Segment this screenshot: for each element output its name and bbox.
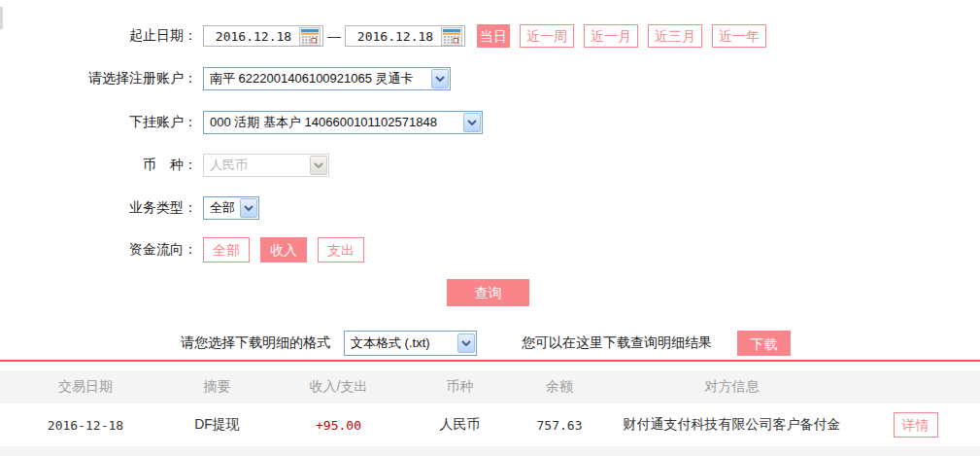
business-type-value: 全部 xyxy=(204,199,239,217)
fund-flow-all-button[interactable]: 全部 xyxy=(203,237,250,263)
sub-account-label: 下挂账户： xyxy=(0,114,197,131)
cell-counterparty: 财付通支付科技有限公司客户备付金 xyxy=(613,416,851,434)
cell-balance: 757.63 xyxy=(506,418,613,433)
chevron-down-icon xyxy=(240,198,257,218)
sub-account-select[interactable]: 000 活期 基本户 1406600101102571848 xyxy=(203,111,483,134)
detail-button[interactable]: 详情 xyxy=(894,412,938,438)
quick-range-3months-button[interactable]: 近三月 xyxy=(648,24,702,48)
table-header-row: 交易日期 摘要 收入/支出 币种 余额 对方信息 xyxy=(0,370,980,403)
query-button[interactable]: 查询 xyxy=(447,279,529,306)
quick-range-today-button[interactable]: 当日 xyxy=(477,24,510,48)
section-divider xyxy=(0,360,980,362)
date-range-separator: — xyxy=(327,28,341,44)
fund-flow-label: 资金流向： xyxy=(0,241,197,259)
header-date: 交易日期 xyxy=(0,378,171,396)
cell-amount: +95.00 xyxy=(263,418,414,433)
sub-account-value: 000 活期 基本户 1406600101102571848 xyxy=(204,114,462,131)
header-balance: 余额 xyxy=(506,378,613,396)
download-button[interactable]: 下载 xyxy=(737,331,791,356)
calendar-icon[interactable] xyxy=(441,27,462,46)
chevron-down-icon xyxy=(310,156,327,175)
chevron-down-icon xyxy=(457,333,475,353)
cell-date: 2016-12-18 xyxy=(0,418,171,433)
date-range-row: 起止日期： 2016.12.18 xyxy=(0,23,766,49)
business-type-row: 业务类型： 全部 xyxy=(0,195,259,221)
cell-currency: 人民币 xyxy=(414,416,506,434)
header-currency: 币种 xyxy=(414,378,506,396)
header-counterparty: 对方信息 xyxy=(613,378,851,396)
fund-flow-income-button[interactable]: 收入 xyxy=(260,237,307,263)
register-account-value: 南平 6222001406100921065 灵通卡 xyxy=(204,70,430,88)
currency-row: 币 种： 人民币 xyxy=(0,153,329,178)
sub-account-row: 下挂账户： 000 活期 基本户 1406600101102571848 xyxy=(0,110,483,135)
currency-value: 人民币 xyxy=(204,157,309,174)
download-row: 请您选择下载明细的格式 文本格式 (.txt) 您可以在这里下载查询明细结果 下… xyxy=(181,331,791,356)
register-account-select[interactable]: 南平 6222001406100921065 灵通卡 xyxy=(203,67,451,90)
header-summary: 摘要 xyxy=(171,378,263,396)
business-type-select[interactable]: 全部 xyxy=(203,196,259,220)
transaction-table: 交易日期 摘要 收入/支出 币种 余额 对方信息 2016-12-18 DF提现… xyxy=(0,370,980,446)
bottom-strip xyxy=(0,446,980,456)
download-format-select[interactable]: 文本格式 (.txt) xyxy=(344,331,477,356)
start-date-value: 2016.12.18 xyxy=(208,29,299,44)
quick-range-month-button[interactable]: 近一月 xyxy=(584,24,638,48)
end-date-value: 2016.12.18 xyxy=(350,29,441,44)
fund-flow-row: 资金流向： 全部 收入 支出 xyxy=(0,237,375,263)
currency-label: 币 种： xyxy=(0,157,197,174)
register-account-label: 请选择注册账户： xyxy=(0,70,197,88)
currency-select: 人民币 xyxy=(203,154,329,177)
download-hint: 您可以在这里下载查询明细结果 xyxy=(522,334,712,352)
calendar-icon[interactable] xyxy=(299,27,321,46)
end-date-input[interactable]: 2016.12.18 xyxy=(345,25,465,47)
register-account-row: 请选择注册账户： 南平 6222001406100921065 灵通卡 xyxy=(0,66,451,91)
cell-summary: DF提现 xyxy=(171,416,263,434)
date-range-label: 起止日期： xyxy=(0,27,197,45)
quick-range-year-button[interactable]: 近一年 xyxy=(712,24,766,48)
quick-range-week-button[interactable]: 近一周 xyxy=(520,24,574,48)
chevron-down-icon xyxy=(431,69,449,88)
chevron-down-icon xyxy=(463,113,481,132)
download-format-value: 文本格式 (.txt) xyxy=(345,334,456,352)
download-format-label: 请您选择下载明细的格式 xyxy=(181,334,330,352)
transaction-query-page: 起止日期： 2016.12.18 xyxy=(0,0,980,456)
business-type-label: 业务类型： xyxy=(0,199,197,217)
header-amount: 收入/支出 xyxy=(263,378,414,396)
fund-flow-expense-button[interactable]: 支出 xyxy=(318,237,364,263)
start-date-input[interactable]: 2016.12.18 xyxy=(203,25,323,47)
table-row: 2016-12-18 DF提现 +95.00 人民币 757.63 财付通支付科… xyxy=(0,403,980,446)
